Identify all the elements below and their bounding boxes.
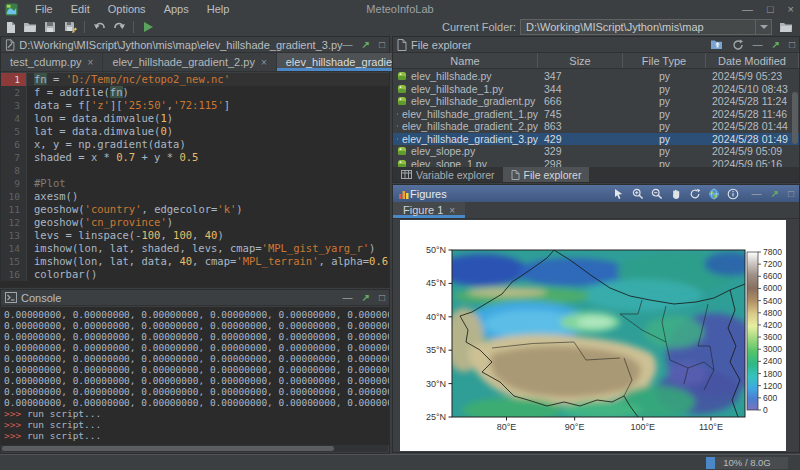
save-as-button[interactable] (60, 19, 80, 35)
globe-icon[interactable] (708, 188, 720, 200)
file-row[interactable]: elev_hillshade_gradient_3.py429py2024/5/… (393, 133, 799, 146)
panel-maximize-icon[interactable]: □ (379, 292, 385, 303)
tab-file-explorer[interactable]: File explorer (503, 167, 590, 182)
console-horizontal-scrollbar[interactable] (2, 445, 388, 452)
file-row[interactable]: elev_hillshade_gradient_1.py745py2024/5/… (393, 108, 799, 121)
file-row[interactable]: elev_slope.py329py2024/5/9 05:09 (393, 145, 799, 158)
code-editor[interactable]: 1fn = 'D:/Temp/nc/etopo2_new.nc'2f = add… (1, 73, 389, 287)
code-line[interactable]: 10axesm() (1, 190, 389, 203)
info-icon[interactable] (727, 188, 739, 200)
menu-apps[interactable]: Apps (155, 3, 198, 15)
y-tick-label: 45°N (426, 278, 446, 288)
panel-maximize-icon[interactable]: □ (788, 188, 794, 199)
menu-file[interactable]: File (26, 3, 62, 15)
pan-hand-icon[interactable] (670, 188, 682, 200)
folder-icon (779, 21, 793, 33)
colorbar-tick-label: 7800 (763, 247, 782, 257)
scrollbar-thumb[interactable] (2, 446, 334, 451)
refresh-icon[interactable] (732, 39, 744, 51)
file-name-cell: elev_hillshade_gradient_2.py (393, 120, 538, 133)
file-size-cell: 329 (538, 145, 623, 158)
column-header-date[interactable]: Date Modified (706, 53, 799, 68)
code-line[interactable]: 5lat = data.dimvalue(0) (1, 125, 389, 138)
rotate-icon[interactable] (689, 188, 701, 200)
tab-close-icon[interactable]: × (88, 57, 94, 68)
memory-indicator[interactable]: 10% / 8.0G (706, 457, 788, 469)
file-row[interactable]: elev_hillshade_1.py344py2024/5/10 08:43 (393, 83, 799, 96)
new-file-button[interactable] (0, 19, 20, 35)
code-line[interactable]: 4lon = data.dimvalue(1) (1, 112, 389, 125)
window-minimize-button[interactable]: — (742, 3, 753, 15)
menu-edit[interactable]: Edit (62, 3, 99, 15)
tab-figure-1[interactable]: Figure 1× (393, 202, 465, 218)
code-line[interactable]: 9#Plot (1, 177, 389, 190)
window-maximize-button[interactable]: □ (767, 3, 774, 15)
redo-button[interactable] (109, 19, 129, 35)
parent-folder-icon[interactable] (710, 39, 723, 50)
figure-canvas[interactable]: 80°E90°E100°E110°E 25°N30°N35°N40°N45°N5… (400, 220, 786, 451)
code-line[interactable]: 2f = addfile(fn) (1, 86, 389, 99)
colorbar-tick-label: 0 (763, 405, 768, 415)
file-row[interactable]: elev_hillshade_gradient.py666py2024/5/28… (393, 95, 799, 108)
save-button[interactable] (40, 19, 60, 35)
code-line[interactable]: 11geoshow('country', edgecolor='k') (1, 203, 389, 216)
undo-button[interactable] (89, 19, 109, 35)
code-line[interactable]: 3data = f['z']['25:50','72:115'] (1, 99, 389, 112)
menu-options[interactable]: Options (99, 3, 155, 15)
panel-float-icon[interactable]: ↗ (771, 188, 779, 199)
file-row[interactable]: elev_slope_1.py298py2024/5/9 05:16 (393, 158, 799, 168)
panel-minimize-icon[interactable]: — (343, 39, 353, 50)
tab-close-icon[interactable]: × (449, 205, 455, 216)
browse-folder-button[interactable] (776, 19, 796, 35)
code-line[interactable]: 7shaded = x * 0.7 + y * 0.5 (1, 151, 389, 164)
column-header-size[interactable]: Size (538, 53, 623, 68)
panel-float-icon[interactable]: ↗ (362, 39, 370, 50)
file-name-cell: elev_slope.py (393, 145, 538, 158)
code-line[interactable]: 12geoshow('cn_province') (1, 216, 389, 229)
column-header-name[interactable]: Name (393, 53, 538, 68)
main-toolbar: Current Folder: D:\Working\MIScript\Jyth… (0, 18, 800, 36)
code-line[interactable]: 13levs = linspace(-100, 100, 40) (1, 229, 389, 242)
file-size-cell: 344 (538, 83, 623, 96)
file-table[interactable]: elev_hillshade.py347py2024/5/9 05:23elev… (393, 70, 799, 167)
tab-variable-explorer[interactable]: Variable explorer (393, 167, 503, 182)
column-header-filetype[interactable]: File Type (623, 53, 706, 68)
code-line[interactable]: 15imshow(lon, lat, data, 40, cmap='MPL_t… (1, 255, 389, 268)
toolbar-separator (133, 21, 134, 33)
code-line[interactable]: 1fn = 'D:/Temp/nc/etopo2_new.nc' (1, 73, 389, 86)
panel-float-icon[interactable]: ↗ (362, 292, 370, 303)
console-output-line: 0.00000000, 0.00000000, 0.00000000, 0.00… (4, 375, 389, 386)
file-row[interactable]: elev_hillshade_gradient_2.py863py2024/5/… (393, 120, 799, 133)
panel-maximize-icon[interactable]: □ (789, 39, 795, 50)
code-text: #Plot (27, 177, 389, 190)
tab-elev-hillshade-gradient-2[interactable]: elev_hillshade_gradient_2.py× (103, 53, 276, 71)
tab-close-icon[interactable]: × (261, 57, 267, 68)
panel-minimize-icon[interactable]: — (343, 292, 353, 303)
pointer-icon[interactable] (613, 188, 625, 200)
current-folder-combobox[interactable]: D:\Working\MIScript\Jython\mis\map (520, 19, 772, 35)
panel-minimize-icon[interactable]: — (753, 39, 763, 50)
code-line[interactable]: 8 (1, 164, 389, 177)
console-output[interactable]: 0.00000000, 0.00000000, 0.00000000, 0.00… (1, 307, 389, 445)
file-table-scrollbar[interactable] (792, 92, 798, 144)
file-row[interactable]: elev_hillshade.py347py2024/5/9 05:23 (393, 70, 799, 83)
current-folder-value: D:\Working\MIScript\Jython\mis\map (521, 21, 755, 33)
code-text: axesm() (27, 190, 389, 203)
open-file-button[interactable] (20, 19, 40, 35)
panel-float-icon[interactable]: ↗ (772, 39, 780, 50)
python-file-icon (397, 84, 407, 94)
tab-test-cdump[interactable]: test_cdump.py× (1, 53, 103, 71)
window-close-button[interactable]: × (788, 3, 794, 15)
combo-dropdown-button[interactable] (755, 20, 771, 34)
code-line[interactable]: 14imshow(lon, lat, shaded, levs, cmap='M… (1, 242, 389, 255)
code-line[interactable]: 16colorbar() (1, 268, 389, 281)
zoom-in-icon[interactable] (632, 188, 644, 200)
panel-maximize-icon[interactable]: □ (379, 39, 385, 50)
x-axis-ticks: 80°E90°E100°E110°E (497, 417, 723, 432)
menu-help[interactable]: Help (198, 3, 239, 15)
zoom-out-icon[interactable] (651, 188, 663, 200)
code-line[interactable]: 6x, y = np.gradient(data) (1, 138, 389, 151)
code-text: f = addfile(fn) (27, 86, 389, 99)
run-script-button[interactable] (138, 19, 158, 35)
panel-minimize-icon[interactable]: — (752, 188, 762, 199)
